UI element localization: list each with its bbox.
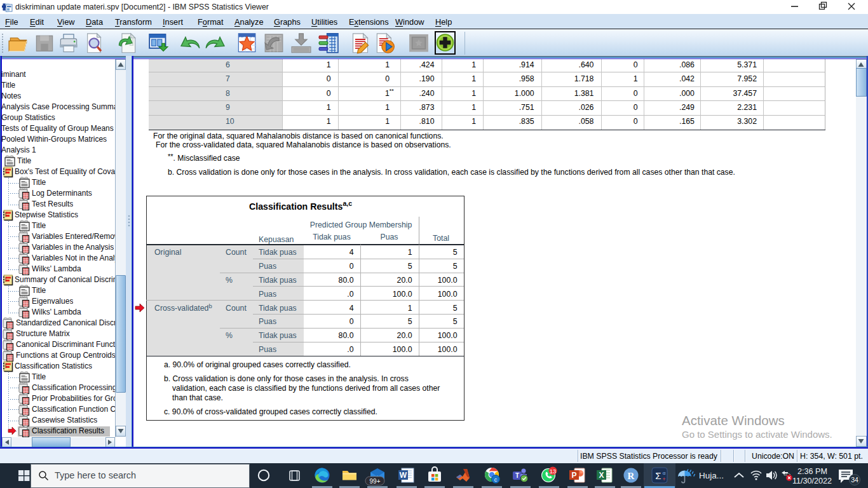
- svg-text:99+: 99+: [370, 478, 381, 485]
- svg-text:α: α: [663, 470, 666, 476]
- svg-text:34: 34: [851, 476, 858, 484]
- svg-text:T: T: [515, 472, 519, 479]
- svg-text:P: P: [571, 471, 576, 480]
- svg-text:W: W: [400, 471, 407, 480]
- svg-text:R: R: [628, 471, 635, 481]
- svg-text:Σ: Σ: [655, 470, 661, 481]
- svg-text:X: X: [599, 471, 604, 480]
- svg-text:13: 13: [550, 468, 557, 475]
- svg-text:c: c: [494, 477, 498, 483]
- svg-text:+: +: [662, 476, 665, 482]
